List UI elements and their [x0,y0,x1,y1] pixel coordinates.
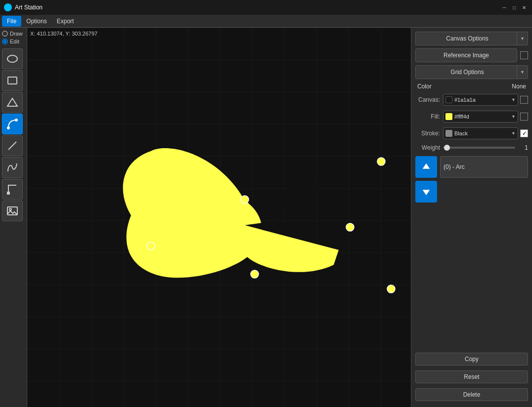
svg-rect-6 [7,192,9,194]
weight-thumb [444,145,450,151]
weight-label: Weight [415,144,440,151]
draw-radio-circle [2,31,8,37]
canvas-color-hex: #1a1a1a [454,97,509,103]
canvas-options-button[interactable]: Canvas Options ▼ [415,32,528,45]
copy-button[interactable]: Copy [415,353,528,366]
grid-options-button[interactable]: Grid Options ▼ [415,65,528,79]
arrows-row-down [415,181,528,203]
reference-image-button[interactable]: Reference Image [415,48,517,62]
canvas-options-arrow: ▼ [517,32,528,45]
svg-point-11 [241,196,249,204]
grid-options-label: Grid Options [416,69,517,76]
check-icon: ✓ [522,130,527,137]
tool-curve[interactable] [2,157,23,178]
tool-image[interactable] [2,201,23,221]
menu-file[interactable]: File [2,16,21,27]
maximize-button[interactable]: □ [510,3,518,11]
tool-rectangle[interactable] [2,70,23,91]
main-layout: Draw Edit [0,28,532,407]
canvas-color-picker[interactable]: #1a1a1a ▼ [443,94,518,106]
fill-color-hex: #ffff4d [454,114,509,120]
reset-button[interactable]: Reset [415,370,528,383]
canvas-color-row: Canvas: #1a1a1a ▼ [415,94,528,106]
app-icon [4,3,12,11]
stroke-color-picker[interactable]: Black ▼ [443,127,518,139]
stroke-color-arrow: ▼ [511,131,516,136]
tool-ellipse[interactable] [2,48,23,69]
delete-button[interactable]: Delete [415,388,528,401]
canvas-color-checkbox[interactable] [520,96,528,104]
svg-point-3 [7,127,9,129]
tool-corner[interactable] [2,179,23,200]
stroke-color-text: Black [454,130,509,136]
fill-color-swatch [445,113,452,120]
stroke-color-swatch [445,130,452,137]
svg-rect-1 [8,77,17,84]
stroke-color-checkbox[interactable]: ✓ [520,129,528,137]
svg-point-14 [346,223,354,231]
weight-value: 1 [518,144,528,151]
right-panel: Canvas Options ▼ Reference Image Grid Op… [411,28,532,407]
tool-line[interactable] [2,135,23,156]
color-header: Color None [415,82,528,91]
svg-point-16 [387,285,395,293]
menu-options[interactable]: Options [21,16,51,27]
draw-edit-section: Draw Edit [2,30,25,45]
move-down-button[interactable] [415,181,437,203]
weight-row: Weight 1 [415,144,528,151]
fill-color-row: Fill: #ffff4d ▼ [415,111,528,122]
close-button[interactable]: ✕ [520,3,528,11]
tool-triangle[interactable] [2,92,23,113]
canvas-options-label: Canvas Options [416,35,517,42]
edit-radio-circle [2,39,8,44]
grid-options-arrow: ▼ [517,65,528,79]
minimize-button[interactable]: ─ [500,3,508,11]
svg-point-13 [251,270,259,278]
svg-point-0 [7,55,17,62]
tool-arc[interactable] [2,114,23,134]
svg-point-15 [377,158,385,165]
color-label: Color [417,83,432,90]
none-label[interactable]: None [512,83,526,90]
fill-color-label: Fill: [415,113,440,120]
canvas-color-arrow: ▼ [511,97,516,102]
menu-export[interactable]: Export [52,16,79,27]
svg-marker-2 [7,98,17,106]
stroke-color-label: Stroke: [415,130,440,137]
fill-color-checkbox[interactable] [520,113,528,121]
canvas-color-swatch [445,96,452,103]
draw-label: Draw [10,31,23,37]
reference-image-checkbox[interactable] [520,51,528,59]
fill-color-arrow: ▼ [511,114,516,119]
menu-bar: File Options Export [0,15,532,28]
svg-point-12 [147,242,155,250]
layer-name-text: (0) - Arc [443,163,465,170]
svg-line-5 [8,142,16,150]
canvas-area[interactable]: X: 410.13074, Y: 303.26797 [27,28,411,407]
edit-radio[interactable]: Edit [2,38,25,45]
svg-point-8 [9,208,11,210]
app-title: Art Station [15,4,500,11]
layer-name[interactable]: (0) - Arc [440,156,528,178]
toolbar: Draw Edit [0,28,27,407]
reference-image-row: Reference Image [415,48,528,62]
weight-slider[interactable] [443,147,515,149]
window-controls: ─ □ ✕ [500,3,528,11]
draw-radio[interactable]: Draw [2,30,25,38]
spacer [415,205,528,350]
svg-point-4 [15,119,17,121]
fill-color-picker[interactable]: #ffff4d ▼ [443,111,518,122]
drawing-canvas[interactable] [27,28,411,407]
canvas-color-label: Canvas: [415,96,440,103]
arrows-row: (0) - Arc [415,156,528,178]
stroke-color-row: Stroke: Black ▼ ✓ [415,127,528,139]
title-bar: Art Station ─ □ ✕ [0,0,532,15]
move-up-button[interactable] [415,156,437,178]
edit-label: Edit [10,39,19,44]
